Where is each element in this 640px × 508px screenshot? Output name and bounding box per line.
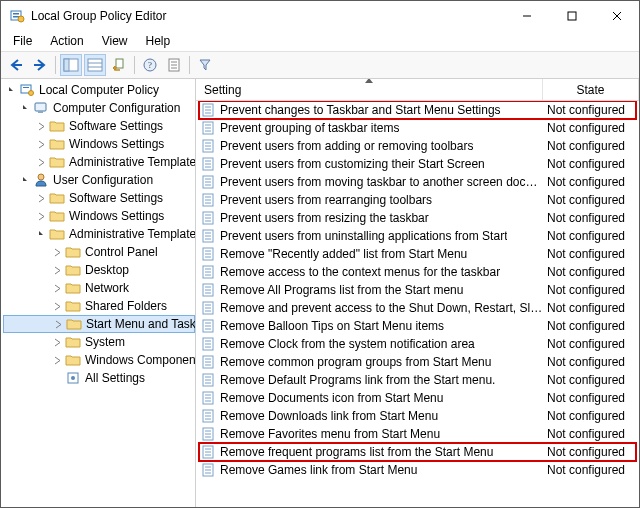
spacer <box>51 372 63 384</box>
setting-row[interactable]: Remove common program groups from Start … <box>196 353 639 371</box>
menu-help[interactable]: Help <box>138 33 179 49</box>
tree-item[interactable]: Control Panel <box>3 243 195 261</box>
maximize-button[interactable] <box>549 1 594 31</box>
setting-state: Not configured <box>543 229 639 243</box>
folder-icon <box>65 334 81 350</box>
tree-item[interactable]: System <box>3 333 195 351</box>
policy-icon <box>200 336 216 352</box>
tree-item[interactable]: Software Settings <box>3 189 195 207</box>
tree-user-config[interactable]: User Configuration <box>3 171 195 189</box>
nav-back-button[interactable] <box>5 54 27 76</box>
tree-admin-templates[interactable]: Administrative Templates <box>3 225 195 243</box>
column-state[interactable]: State <box>543 79 639 100</box>
setting-row[interactable]: Remove Default Programs link from the St… <box>196 371 639 389</box>
setting-row[interactable]: Prevent users from resizing the taskbarN… <box>196 209 639 227</box>
setting-name: Prevent users from customizing their Sta… <box>220 157 485 171</box>
tree-pane[interactable]: Local Computer Policy Computer Configura… <box>1 79 196 507</box>
chevron-right-icon[interactable] <box>35 120 47 132</box>
chevron-down-icon[interactable] <box>5 84 17 96</box>
show-tree-button[interactable] <box>60 54 82 76</box>
help-button[interactable]: ? <box>139 54 161 76</box>
svg-rect-1 <box>13 13 19 15</box>
sort-asc-icon <box>365 79 373 83</box>
chevron-right-icon[interactable] <box>52 318 64 330</box>
setting-row[interactable]: Prevent users from uninstalling applicat… <box>196 227 639 245</box>
folder-icon <box>49 190 65 206</box>
tree-item[interactable]: Windows Components <box>3 351 195 369</box>
chevron-right-icon[interactable] <box>51 282 63 294</box>
policy-icon <box>200 390 216 406</box>
filter-button[interactable] <box>194 54 216 76</box>
list-rows[interactable]: Prevent changes to Taskbar and Start Men… <box>196 101 639 507</box>
chevron-right-icon[interactable] <box>51 300 63 312</box>
setting-name: Remove Clock from the system notificatio… <box>220 337 475 351</box>
chevron-down-icon[interactable] <box>35 228 47 240</box>
tree-item[interactable]: All Settings <box>3 369 195 387</box>
chevron-down-icon[interactable] <box>19 102 31 114</box>
properties-button[interactable] <box>163 54 185 76</box>
setting-row[interactable]: Remove Balloon Tips on Start Menu itemsN… <box>196 317 639 335</box>
setting-row[interactable]: Remove Favorites menu from Start MenuNot… <box>196 425 639 443</box>
export-button[interactable] <box>108 54 130 76</box>
tree-item[interactable]: Network <box>3 279 195 297</box>
chevron-right-icon[interactable] <box>35 192 47 204</box>
column-setting[interactable]: Setting <box>196 79 543 100</box>
setting-row[interactable]: Prevent users from rearranging toolbarsN… <box>196 191 639 209</box>
setting-name: Remove and prevent access to the Shut Do… <box>220 301 543 315</box>
policy-icon <box>200 462 216 478</box>
policy-tree: Local Computer Policy Computer Configura… <box>3 81 195 387</box>
setting-row[interactable]: Prevent users from moving taskbar to ano… <box>196 173 639 191</box>
setting-row[interactable]: Remove Clock from the system notificatio… <box>196 335 639 353</box>
setting-row[interactable]: Remove Documents icon from Start MenuNot… <box>196 389 639 407</box>
setting-row[interactable]: Remove Downloads link from Start MenuNot… <box>196 407 639 425</box>
menu-view[interactable]: View <box>94 33 136 49</box>
setting-state: Not configured <box>543 373 639 387</box>
view-standard-button[interactable] <box>84 54 106 76</box>
setting-row[interactable]: Prevent changes to Taskbar and Start Men… <box>196 101 639 119</box>
menu-file[interactable]: File <box>5 33 40 49</box>
svg-rect-12 <box>88 59 102 71</box>
tree-item[interactable]: Shared Folders <box>3 297 195 315</box>
setting-row[interactable]: Remove Games link from Start MenuNot con… <box>196 461 639 479</box>
chevron-right-icon[interactable] <box>51 246 63 258</box>
chevron-right-icon[interactable] <box>51 336 63 348</box>
setting-name: Remove Default Programs link from the St… <box>220 373 495 387</box>
setting-row[interactable]: Prevent users from adding or removing to… <box>196 137 639 155</box>
toolbar-separator <box>134 56 135 74</box>
nav-forward-button[interactable] <box>29 54 51 76</box>
setting-row[interactable]: Remove and prevent access to the Shut Do… <box>196 299 639 317</box>
setting-row[interactable]: Remove All Programs list from the Start … <box>196 281 639 299</box>
chevron-right-icon[interactable] <box>51 264 63 276</box>
setting-state: Not configured <box>543 445 639 459</box>
setting-row[interactable]: Remove "Recently added" list from Start … <box>196 245 639 263</box>
minimize-button[interactable] <box>504 1 549 31</box>
chevron-right-icon[interactable] <box>35 138 47 150</box>
setting-row[interactable]: Prevent users from customizing their Sta… <box>196 155 639 173</box>
setting-row[interactable]: Prevent grouping of taskbar itemsNot con… <box>196 119 639 137</box>
window-title: Local Group Policy Editor <box>31 9 504 23</box>
tree-item[interactable]: Desktop <box>3 261 195 279</box>
tree-root[interactable]: Local Computer Policy <box>3 81 195 99</box>
window-buttons <box>504 1 639 31</box>
tree-computer-config[interactable]: Computer Configuration <box>3 99 195 117</box>
tree-item[interactable]: Windows Settings <box>3 207 195 225</box>
chevron-right-icon[interactable] <box>51 354 63 366</box>
svg-point-27 <box>38 174 44 180</box>
tree-item[interactable]: Software Settings <box>3 117 195 135</box>
menu-action[interactable]: Action <box>42 33 91 49</box>
close-button[interactable] <box>594 1 639 31</box>
setting-state: Not configured <box>543 175 639 189</box>
setting-state: Not configured <box>543 211 639 225</box>
tree-item-start-menu-taskbar[interactable]: Start Menu and Taskbar <box>3 315 195 333</box>
list-pane: Setting State Prevent changes to Taskbar… <box>196 79 639 507</box>
tree-item[interactable]: Administrative Templates <box>3 153 195 171</box>
setting-name: Prevent users from resizing the taskbar <box>220 211 429 225</box>
chevron-right-icon[interactable] <box>35 156 47 168</box>
setting-state: Not configured <box>543 337 639 351</box>
tree-item[interactable]: Windows Settings <box>3 135 195 153</box>
chevron-down-icon[interactable] <box>19 174 31 186</box>
policy-icon <box>200 156 216 172</box>
setting-row[interactable]: Remove frequent programs list from the S… <box>196 443 639 461</box>
setting-row[interactable]: Remove access to the context menus for t… <box>196 263 639 281</box>
chevron-right-icon[interactable] <box>35 210 47 222</box>
